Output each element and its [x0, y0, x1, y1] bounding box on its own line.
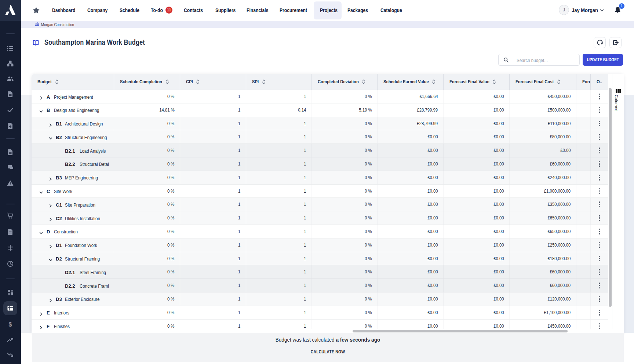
svg-text:$: $: [9, 321, 12, 328]
